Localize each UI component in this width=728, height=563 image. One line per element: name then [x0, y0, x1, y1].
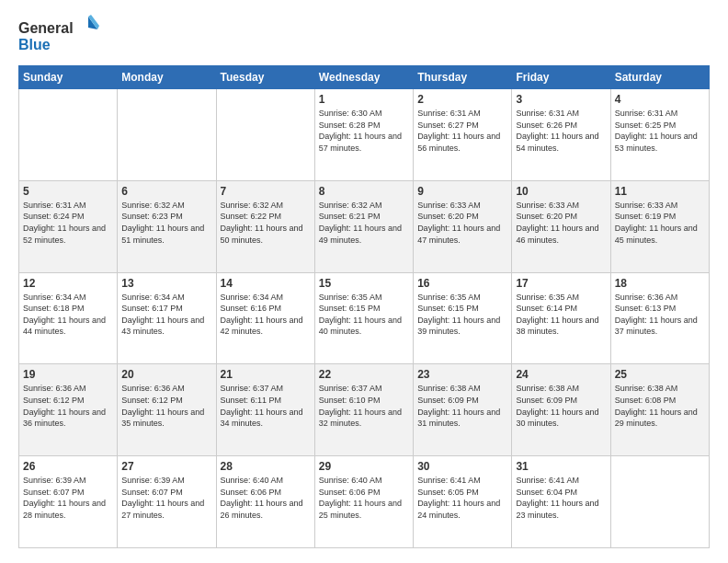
day-info: Sunrise: 6:33 AM Sunset: 6:20 PM Dayligh…	[516, 200, 606, 246]
svg-text:Blue: Blue	[18, 37, 51, 52]
table-row: 5Sunrise: 6:31 AM Sunset: 6:24 PM Daylig…	[19, 180, 118, 272]
day-info: Sunrise: 6:30 AM Sunset: 6:28 PM Dayligh…	[319, 108, 409, 154]
table-row: 10Sunrise: 6:33 AM Sunset: 6:20 PM Dayli…	[512, 180, 610, 272]
table-row: 26Sunrise: 6:39 AM Sunset: 6:07 PM Dayli…	[19, 456, 118, 548]
table-row	[118, 89, 216, 181]
table-row: 18Sunrise: 6:36 AM Sunset: 6:13 PM Dayli…	[610, 272, 709, 364]
day-info: Sunrise: 6:34 AM Sunset: 6:16 PM Dayligh…	[221, 292, 311, 338]
day-number: 8	[319, 185, 409, 198]
day-number: 27	[121, 460, 211, 473]
header: General Blue	[18, 15, 710, 56]
day-number: 10	[516, 185, 606, 198]
col-sunday: Sunday	[19, 66, 118, 89]
logo: General Blue	[18, 15, 101, 56]
table-row: 29Sunrise: 6:40 AM Sunset: 6:06 PM Dayli…	[314, 456, 413, 548]
calendar-table: Sunday Monday Tuesday Wednesday Thursday…	[18, 65, 710, 548]
day-number: 18	[615, 277, 705, 290]
page: General Blue Sunday Monday Tuesday Wedne…	[0, 0, 728, 563]
day-info: Sunrise: 6:32 AM Sunset: 6:21 PM Dayligh…	[319, 200, 409, 246]
day-number: 25	[615, 368, 705, 381]
day-number: 26	[23, 460, 113, 473]
day-number: 30	[417, 460, 507, 473]
day-info: Sunrise: 6:40 AM Sunset: 6:06 PM Dayligh…	[221, 475, 311, 521]
day-number: 31	[516, 460, 606, 473]
table-row: 30Sunrise: 6:41 AM Sunset: 6:05 PM Dayli…	[414, 456, 512, 548]
day-info: Sunrise: 6:33 AM Sunset: 6:20 PM Dayligh…	[417, 200, 507, 246]
day-info: Sunrise: 6:35 AM Sunset: 6:15 PM Dayligh…	[319, 292, 409, 338]
day-info: Sunrise: 6:36 AM Sunset: 6:13 PM Dayligh…	[615, 292, 705, 338]
table-row: 4Sunrise: 6:31 AM Sunset: 6:25 PM Daylig…	[610, 89, 709, 181]
col-saturday: Saturday	[610, 66, 709, 89]
generalblue-logo-icon: General Blue	[18, 15, 101, 56]
day-number: 24	[516, 368, 606, 381]
day-number: 14	[221, 277, 311, 290]
table-row: 22Sunrise: 6:37 AM Sunset: 6:10 PM Dayli…	[314, 364, 413, 456]
day-info: Sunrise: 6:35 AM Sunset: 6:14 PM Dayligh…	[516, 292, 606, 338]
day-number: 5	[23, 185, 113, 198]
table-row: 25Sunrise: 6:38 AM Sunset: 6:08 PM Dayli…	[610, 364, 709, 456]
col-tuesday: Tuesday	[216, 66, 314, 89]
day-number: 11	[615, 185, 705, 198]
col-thursday: Thursday	[414, 66, 512, 89]
day-info: Sunrise: 6:34 AM Sunset: 6:18 PM Dayligh…	[23, 292, 113, 338]
table-row: 2Sunrise: 6:31 AM Sunset: 6:27 PM Daylig…	[414, 89, 512, 181]
day-info: Sunrise: 6:38 AM Sunset: 6:09 PM Dayligh…	[417, 383, 507, 429]
day-number: 29	[319, 460, 409, 473]
day-number: 2	[417, 93, 507, 106]
day-number: 17	[516, 277, 606, 290]
day-info: Sunrise: 6:41 AM Sunset: 6:05 PM Dayligh…	[417, 475, 507, 521]
table-row: 28Sunrise: 6:40 AM Sunset: 6:06 PM Dayli…	[216, 456, 314, 548]
day-number: 16	[417, 277, 507, 290]
day-number: 28	[221, 460, 311, 473]
col-wednesday: Wednesday	[314, 66, 413, 89]
day-info: Sunrise: 6:33 AM Sunset: 6:19 PM Dayligh…	[615, 200, 705, 246]
day-info: Sunrise: 6:32 AM Sunset: 6:23 PM Dayligh…	[121, 200, 211, 246]
col-friday: Friday	[512, 66, 610, 89]
day-info: Sunrise: 6:37 AM Sunset: 6:11 PM Dayligh…	[221, 383, 311, 429]
table-row: 11Sunrise: 6:33 AM Sunset: 6:19 PM Dayli…	[610, 180, 709, 272]
table-row: 6Sunrise: 6:32 AM Sunset: 6:23 PM Daylig…	[118, 180, 216, 272]
table-row: 13Sunrise: 6:34 AM Sunset: 6:17 PM Dayli…	[118, 272, 216, 364]
week-row-5: 26Sunrise: 6:39 AM Sunset: 6:07 PM Dayli…	[19, 456, 710, 548]
day-number: 9	[417, 185, 507, 198]
calendar-header-row: Sunday Monday Tuesday Wednesday Thursday…	[19, 66, 710, 89]
day-info: Sunrise: 6:38 AM Sunset: 6:08 PM Dayligh…	[615, 383, 705, 429]
week-row-3: 12Sunrise: 6:34 AM Sunset: 6:18 PM Dayli…	[19, 272, 710, 364]
day-number: 23	[417, 368, 507, 381]
day-number: 7	[221, 185, 311, 198]
day-number: 19	[23, 368, 113, 381]
day-info: Sunrise: 6:34 AM Sunset: 6:17 PM Dayligh…	[121, 292, 211, 338]
table-row: 31Sunrise: 6:41 AM Sunset: 6:04 PM Dayli…	[512, 456, 610, 548]
day-info: Sunrise: 6:37 AM Sunset: 6:10 PM Dayligh…	[319, 383, 409, 429]
day-number: 6	[121, 185, 211, 198]
table-row	[19, 89, 118, 181]
table-row: 24Sunrise: 6:38 AM Sunset: 6:09 PM Dayli…	[512, 364, 610, 456]
table-row	[216, 89, 314, 181]
calendar-body: 1Sunrise: 6:30 AM Sunset: 6:28 PM Daylig…	[19, 89, 710, 548]
day-info: Sunrise: 6:35 AM Sunset: 6:15 PM Dayligh…	[417, 292, 507, 338]
table-row: 17Sunrise: 6:35 AM Sunset: 6:14 PM Dayli…	[512, 272, 610, 364]
day-number: 3	[516, 93, 606, 106]
day-info: Sunrise: 6:41 AM Sunset: 6:04 PM Dayligh…	[516, 475, 606, 521]
day-info: Sunrise: 6:39 AM Sunset: 6:07 PM Dayligh…	[23, 475, 113, 521]
day-number: 1	[319, 93, 409, 106]
table-row: 12Sunrise: 6:34 AM Sunset: 6:18 PM Dayli…	[19, 272, 118, 364]
day-info: Sunrise: 6:32 AM Sunset: 6:22 PM Dayligh…	[221, 200, 311, 246]
table-row: 7Sunrise: 6:32 AM Sunset: 6:22 PM Daylig…	[216, 180, 314, 272]
day-number: 13	[121, 277, 211, 290]
day-info: Sunrise: 6:36 AM Sunset: 6:12 PM Dayligh…	[23, 383, 113, 429]
table-row: 1Sunrise: 6:30 AM Sunset: 6:28 PM Daylig…	[314, 89, 413, 181]
day-number: 12	[23, 277, 113, 290]
svg-text:General: General	[18, 20, 74, 36]
table-row: 3Sunrise: 6:31 AM Sunset: 6:26 PM Daylig…	[512, 89, 610, 181]
day-info: Sunrise: 6:31 AM Sunset: 6:24 PM Dayligh…	[23, 200, 113, 246]
col-monday: Monday	[118, 66, 216, 89]
day-info: Sunrise: 6:36 AM Sunset: 6:12 PM Dayligh…	[121, 383, 211, 429]
table-row: 16Sunrise: 6:35 AM Sunset: 6:15 PM Dayli…	[414, 272, 512, 364]
table-row: 8Sunrise: 6:32 AM Sunset: 6:21 PM Daylig…	[314, 180, 413, 272]
week-row-4: 19Sunrise: 6:36 AM Sunset: 6:12 PM Dayli…	[19, 364, 710, 456]
day-number: 4	[615, 93, 705, 106]
table-row: 27Sunrise: 6:39 AM Sunset: 6:07 PM Dayli…	[118, 456, 216, 548]
table-row: 21Sunrise: 6:37 AM Sunset: 6:11 PM Dayli…	[216, 364, 314, 456]
day-info: Sunrise: 6:38 AM Sunset: 6:09 PM Dayligh…	[516, 383, 606, 429]
